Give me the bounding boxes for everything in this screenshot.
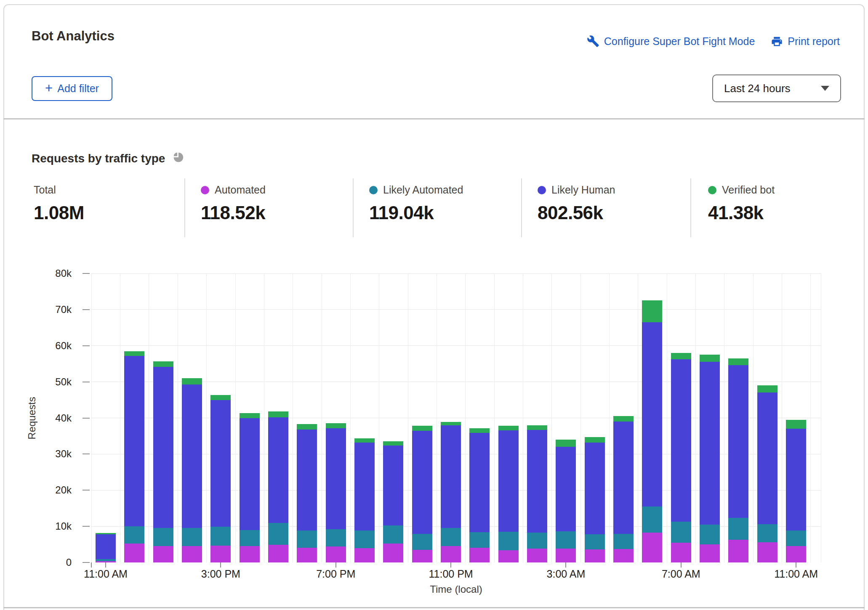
bar-column-11-00-pm[interactable] xyxy=(441,273,461,562)
bar-segment-verified-bot xyxy=(354,438,375,443)
bar-segment-likely-human xyxy=(671,359,691,522)
y-tick-label: 10k xyxy=(44,520,72,532)
v-gridline xyxy=(609,273,610,562)
bar-segment-likely-automated xyxy=(556,531,576,548)
x-axis-title: Time (local) xyxy=(91,583,821,595)
bar-segment-likely-human xyxy=(383,446,403,525)
bar-segment-likely-automated xyxy=(240,530,260,546)
bar-column-8-00-pm[interactable] xyxy=(354,273,375,562)
bar-column-10-00-am[interactable] xyxy=(757,273,777,562)
bar-segment-automated xyxy=(469,548,490,562)
bar-column-1-00-am[interactable] xyxy=(498,273,519,562)
bar-segment-verified-bot xyxy=(297,424,317,430)
bar-column-4-00-am[interactable] xyxy=(585,273,605,562)
stat-likely-automated: Likely Automated 119.04k xyxy=(369,184,463,223)
stat-label: Verified bot xyxy=(722,184,775,196)
bar-segment-automated xyxy=(498,550,519,562)
print-report-link[interactable]: Print report xyxy=(771,35,840,48)
v-gridline xyxy=(551,273,552,562)
bar-segment-likely-human xyxy=(700,362,720,524)
bar-segment-automated xyxy=(728,540,748,562)
y-tick-label: 20k xyxy=(44,484,72,496)
bar-segment-likely-human xyxy=(585,443,605,534)
x-tick-label: 7:00 AM xyxy=(647,568,715,580)
y-axis-tick xyxy=(83,309,90,310)
y-tick-label: 80k xyxy=(44,268,72,279)
v-gridline xyxy=(810,273,811,562)
stat-likely-human: Likely Human 802.56k xyxy=(538,184,615,223)
bar-column-10-00-pm[interactable] xyxy=(412,273,432,562)
bar-segment-verified-bot xyxy=(96,533,116,534)
configure-sbfm-link[interactable]: Configure Super Bot Fight Mode xyxy=(587,35,755,48)
legend-dot-automated xyxy=(201,186,209,194)
bar-segment-likely-automated xyxy=(182,528,202,546)
bar-segment-automated xyxy=(153,546,173,563)
bar-segment-automated xyxy=(786,546,806,563)
stat-divider xyxy=(353,178,354,237)
bar-segment-verified-bot xyxy=(527,425,547,430)
bar-segment-verified-bot xyxy=(728,358,748,365)
bar-column-3-00-am[interactable] xyxy=(556,273,576,562)
legend-dot-likely-human xyxy=(538,186,546,194)
y-axis-tick xyxy=(83,562,90,563)
bar-column-11-00-am[interactable] xyxy=(786,273,806,562)
bar-segment-likely-human xyxy=(613,422,634,534)
bar-segment-verified-bot xyxy=(757,385,777,393)
bar-segment-verified-bot xyxy=(124,351,144,356)
bar-column-3-00-pm[interactable] xyxy=(210,273,231,562)
bar-segment-likely-automated xyxy=(469,532,490,548)
v-gridline xyxy=(350,273,351,562)
bar-column-6-00-pm[interactable] xyxy=(297,273,317,562)
stat-total: Total 1.08M xyxy=(34,184,84,223)
bar-column-4-00-pm[interactable] xyxy=(240,273,260,562)
bar-column-5-00-pm[interactable] xyxy=(268,273,288,562)
bar-segment-automated xyxy=(268,545,288,562)
y-axis-title: Requests xyxy=(24,273,40,562)
bar-column-7-00-am[interactable] xyxy=(671,273,691,562)
bar-segment-likely-human xyxy=(527,430,547,533)
bar-column-7-00-pm[interactable] xyxy=(326,273,346,562)
bar-segment-likely-human xyxy=(354,443,375,530)
v-gridline xyxy=(206,273,207,562)
bar-segment-automated xyxy=(210,546,231,562)
x-axis-tick xyxy=(681,562,682,568)
bar-column-8-00-am[interactable] xyxy=(700,273,720,562)
x-tick-label: 11:00 AM xyxy=(72,568,139,580)
bar-column-9-00-am[interactable] xyxy=(728,273,748,562)
bar-column-12-00-pm[interactable] xyxy=(124,273,144,562)
bar-column-2-00-am[interactable] xyxy=(527,273,547,562)
bar-segment-automated xyxy=(757,542,777,562)
v-gridline xyxy=(580,273,581,562)
add-filter-button[interactable]: + Add filter xyxy=(32,76,112,101)
bar-column-6-00-am[interactable] xyxy=(642,273,662,562)
bar-segment-likely-human xyxy=(268,417,288,523)
bar-segment-likely-automated xyxy=(671,522,691,543)
bar-column-9-00-pm[interactable] xyxy=(383,273,403,562)
y-axis-tick xyxy=(83,418,90,419)
bar-segment-likely-human xyxy=(757,393,777,524)
v-gridline xyxy=(695,273,696,562)
bar-segment-automated xyxy=(240,546,260,562)
bar-segment-likely-automated xyxy=(412,534,432,550)
v-gridline xyxy=(293,273,293,562)
stat-verified-bot: Verified bot 41.38k xyxy=(708,184,775,223)
y-tick-label: 50k xyxy=(44,376,72,388)
bar-segment-verified-bot xyxy=(469,428,490,433)
bar-column-2-00-pm[interactable] xyxy=(182,273,202,562)
bar-column-12-00-am[interactable] xyxy=(469,273,490,562)
bar-column-11-00-am[interactable] xyxy=(96,273,116,562)
bar-segment-likely-automated xyxy=(326,529,346,546)
time-range-select[interactable]: Last 24 hours xyxy=(712,74,841,102)
bar-segment-automated xyxy=(441,546,461,563)
stat-value: 119.04k xyxy=(369,202,463,223)
y-tick-label: 0 xyxy=(44,557,72,568)
bar-segment-likely-human xyxy=(326,428,346,529)
bar-column-1-00-pm[interactable] xyxy=(153,273,173,562)
bar-column-5-00-am[interactable] xyxy=(613,273,634,562)
bar-segment-likely-automated xyxy=(441,528,461,546)
bar-segment-automated xyxy=(297,548,317,562)
configure-sbfm-label: Configure Super Bot Fight Mode xyxy=(604,35,755,48)
stat-divider xyxy=(521,178,522,237)
x-axis-tick xyxy=(450,562,451,568)
printer-icon xyxy=(771,35,783,48)
